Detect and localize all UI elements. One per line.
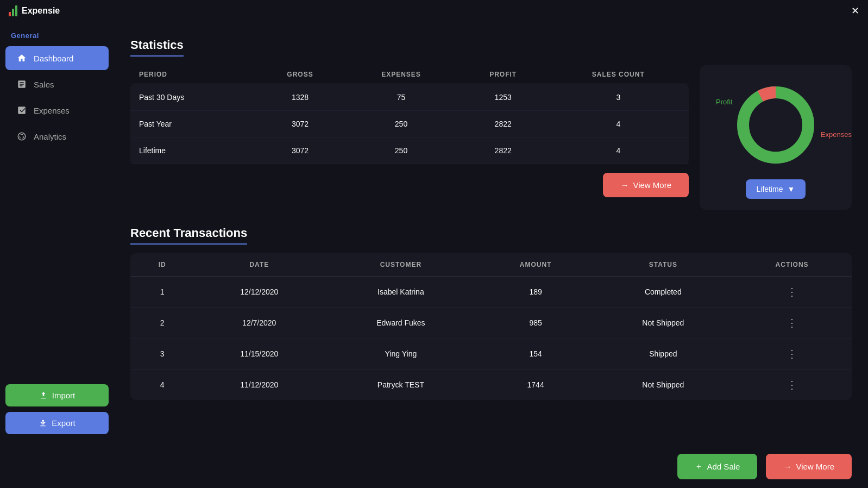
stats-table: PERIOD GROSS EXPENSES PROFIT SALES COUNT… [130, 65, 689, 164]
sidebar-item-analytics[interactable]: Analytics [5, 124, 109, 148]
col-status: STATUS [594, 253, 732, 277]
sidebar-item-sales[interactable]: Sales [5, 72, 109, 96]
logo-bar-1 [9, 12, 11, 16]
bottom-actions: ＋ Add Sale → View More [0, 445, 868, 488]
sidebar-item-dashboard[interactable]: Dashboard [5, 46, 109, 70]
plus-icon: ＋ [695, 461, 703, 472]
logo-bar-2 [12, 9, 14, 16]
cell-profit: 2822 [458, 111, 548, 137]
col-id: ID [130, 253, 194, 277]
analytics-icon [16, 131, 27, 142]
cell-gross: 1328 [256, 84, 344, 111]
cell-actions[interactable]: ⋮ [732, 308, 852, 339]
home-icon [16, 53, 27, 64]
col-actions: ACTIONS [732, 253, 852, 277]
sidebar-section-label: General [0, 27, 114, 45]
cell-gross: 3072 [256, 137, 344, 164]
cell-status: Not Shipped [594, 308, 732, 339]
statistics-title: Statistics [130, 38, 184, 57]
cell-id: 4 [130, 370, 194, 401]
close-button[interactable]: ✕ [851, 5, 859, 17]
cell-amount: 154 [477, 339, 594, 370]
logo-bar-3 [15, 5, 17, 16]
cell-actions[interactable]: ⋮ [732, 370, 852, 401]
cell-date: 11/12/2020 [194, 370, 325, 401]
cell-actions[interactable]: ⋮ [732, 339, 852, 370]
chart-expenses-label: Expenses [821, 130, 852, 139]
col-gross: GROSS [256, 65, 344, 84]
cell-period: Past 30 Days [130, 84, 256, 111]
cell-period: Past Year [130, 111, 256, 137]
export-button[interactable]: Export [5, 412, 109, 434]
transaction-row: 1 12/12/2020 Isabel Katrina 189 Complete… [130, 277, 852, 308]
stats-row: Lifetime 3072 250 2822 4 [130, 137, 689, 164]
cell-status: Shipped [594, 339, 732, 370]
import-button[interactable]: Import [5, 384, 109, 406]
transactions-section: Recent Transactions ID DATE CUSTOMER AMO… [130, 226, 852, 400]
cell-profit: 2822 [458, 137, 548, 164]
cell-amount: 985 [477, 308, 594, 339]
cell-customer: Isabel Katrina [324, 277, 477, 308]
cell-expenses: 250 [344, 137, 458, 164]
app-logo [9, 5, 17, 16]
actions-menu-icon[interactable]: ⋮ [787, 379, 797, 391]
actions-menu-icon[interactable]: ⋮ [787, 317, 797, 329]
transactions-table-container: ID DATE CUSTOMER AMOUNT STATUS ACTIONS 1… [130, 253, 852, 400]
col-profit: PROFIT [458, 65, 548, 84]
period-selector-button[interactable]: Lifetime ▼ [746, 179, 806, 199]
cell-id: 3 [130, 339, 194, 370]
transactions-title: Recent Transactions [130, 226, 247, 245]
cell-date: 12/12/2020 [194, 277, 325, 308]
sales-icon [16, 79, 27, 90]
stats-row: Past Year 3072 250 2822 4 [130, 111, 689, 137]
cell-id: 1 [130, 277, 194, 308]
transactions-table: ID DATE CUSTOMER AMOUNT STATUS ACTIONS 1… [130, 253, 852, 400]
col-sales-count: SALES COUNT [548, 65, 689, 84]
cell-customer: Edward Fukes [324, 308, 477, 339]
actions-menu-icon[interactable]: ⋮ [787, 348, 797, 360]
sidebar: General Dashboard Sales E [0, 22, 114, 445]
stats-view-more-button[interactable]: → View More [603, 173, 689, 197]
chart-container: Profit Expenses Lifetime ▼ [700, 65, 852, 210]
cell-customer: Patryck TEST [324, 370, 477, 401]
donut-svg [732, 82, 819, 168]
cell-date: 12/7/2020 [194, 308, 325, 339]
stats-row: Past 30 Days 1328 75 1253 3 [130, 84, 689, 111]
stats-area: PERIOD GROSS EXPENSES PROFIT SALES COUNT… [130, 65, 852, 210]
import-icon [39, 391, 48, 400]
cell-sales-count: 3 [548, 84, 689, 111]
cell-sales-count: 4 [548, 137, 689, 164]
col-date: DATE [194, 253, 325, 277]
statistics-section: Statistics PERIOD GROSS EXPENSES PROFIT … [130, 38, 852, 210]
actions-menu-icon[interactable]: ⋮ [787, 286, 797, 298]
add-sale-button[interactable]: ＋ Add Sale [677, 454, 758, 479]
cell-profit: 1253 [458, 84, 548, 111]
col-period: PERIOD [130, 65, 256, 84]
cell-amount: 1744 [477, 370, 594, 401]
main-layout: General Dashboard Sales E [0, 22, 868, 445]
cell-actions[interactable]: ⋮ [732, 277, 852, 308]
cell-date: 11/15/2020 [194, 339, 325, 370]
arrow-right-icon: → [620, 180, 628, 190]
expenses-label: Expenses [34, 106, 70, 115]
arrow-right-icon-bottom: → [783, 462, 791, 471]
transaction-row: 4 11/12/2020 Patryck TEST 1744 Not Shipp… [130, 370, 852, 401]
export-icon [39, 419, 47, 428]
main-content: Statistics PERIOD GROSS EXPENSES PROFIT … [114, 22, 868, 445]
chart-profit-label: Profit [716, 98, 732, 106]
view-more-container: → View More [130, 173, 689, 197]
transaction-row: 3 11/15/2020 Ying Ying 154 Shipped ⋮ [130, 339, 852, 370]
chevron-down-icon: ▼ [788, 185, 795, 193]
cell-status: Completed [594, 277, 732, 308]
expenses-icon [16, 105, 27, 116]
cell-customer: Ying Ying [324, 339, 477, 370]
sales-label: Sales [34, 80, 54, 89]
cell-status: Not Shipped [594, 370, 732, 401]
sidebar-item-expenses[interactable]: Expenses [5, 98, 109, 122]
cell-expenses: 250 [344, 111, 458, 137]
title-bar-left: Expensie [9, 5, 60, 16]
bottom-view-more-button[interactable]: → View More [766, 454, 852, 479]
cell-expenses: 75 [344, 84, 458, 111]
sidebar-bottom: Import Export [0, 379, 114, 440]
transactions-header-row: ID DATE CUSTOMER AMOUNT STATUS ACTIONS [130, 253, 852, 277]
